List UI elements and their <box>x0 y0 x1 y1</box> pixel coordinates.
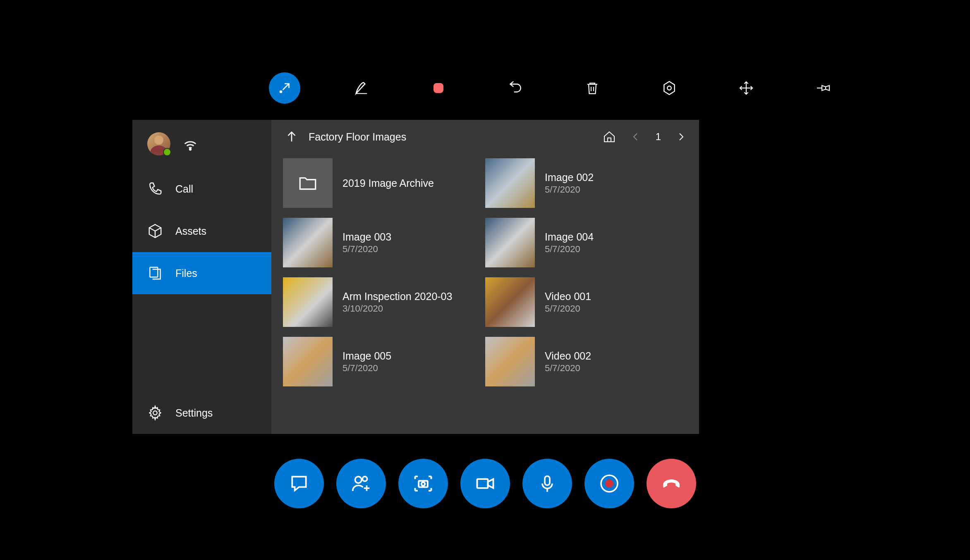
sidebar-item-label: Assets <box>175 225 206 237</box>
file-name: Video 002 <box>545 350 591 362</box>
folder-icon <box>297 173 318 193</box>
sidebar-item-label: Settings <box>175 407 213 419</box>
color-tool-button[interactable] <box>423 72 454 104</box>
file-name: Video 001 <box>545 291 591 303</box>
presence-available-badge <box>163 148 171 156</box>
file-item-video[interactable]: Video 001 5/7/2020 <box>485 277 687 327</box>
file-date: 5/7/2020 <box>545 244 594 255</box>
arrow-tool-button[interactable] <box>269 72 300 104</box>
file-name: Image 002 <box>545 172 594 183</box>
image-thumb <box>283 337 333 386</box>
camera-capture-icon <box>412 473 434 494</box>
file-name: 2019 Image Archive <box>342 177 434 189</box>
end-call-button[interactable] <box>647 459 696 508</box>
sidebar-item-files[interactable]: Files <box>132 252 271 294</box>
svg-rect-20 <box>477 479 488 488</box>
sidebar-item-label: Files <box>175 267 197 279</box>
sidebar-item-settings[interactable]: Settings <box>132 392 271 434</box>
image-thumb <box>485 218 535 267</box>
svg-point-9 <box>189 149 191 150</box>
svg-point-12 <box>153 411 157 415</box>
file-date: 5/7/2020 <box>545 184 594 195</box>
gear-icon <box>147 405 163 421</box>
call-controls <box>274 459 696 508</box>
svg-marker-5 <box>664 81 674 95</box>
svg-point-6 <box>667 86 671 90</box>
undo-icon <box>508 80 523 96</box>
chat-icon <box>289 473 309 494</box>
undo-button[interactable] <box>500 72 531 104</box>
file-name: Image 003 <box>342 231 391 243</box>
sidebar-item-label: Call <box>175 183 193 195</box>
file-item-folder[interactable]: 2019 Image Archive <box>283 158 485 208</box>
svg-point-0 <box>280 91 283 93</box>
image-thumb <box>283 218 333 267</box>
ink-pen-icon <box>353 80 370 96</box>
arrow-up-icon[interactable] <box>285 130 299 144</box>
color-swatch-icon <box>431 81 446 95</box>
chat-button[interactable] <box>274 459 324 508</box>
microphone-button[interactable] <box>522 459 572 508</box>
file-grid: 2019 Image Archive Image 002 5/7/2020 Im… <box>271 154 699 434</box>
file-date: 3/10/2020 <box>342 303 452 314</box>
breadcrumb-title: Factory Floor Images <box>309 131 406 143</box>
microphone-icon <box>537 474 557 493</box>
sidebar-header <box>132 120 271 168</box>
file-item-image[interactable]: Image 002 5/7/2020 <box>485 158 687 208</box>
svg-rect-21 <box>545 476 550 485</box>
trash-icon <box>585 81 600 95</box>
file-item-image[interactable]: Arm Inspection 2020-03 3/10/2020 <box>283 277 485 327</box>
file-name: Image 005 <box>342 350 391 362</box>
home-icon[interactable] <box>603 130 616 143</box>
main-panel: Call Assets Files <box>132 120 699 434</box>
record-button[interactable] <box>584 459 634 508</box>
file-date: 5/7/2020 <box>545 363 591 374</box>
svg-rect-2 <box>434 83 443 93</box>
file-name: Arm Inspection 2020-03 <box>342 291 452 303</box>
sidebar-item-assets[interactable]: Assets <box>132 210 271 252</box>
shape-tool-button[interactable] <box>654 72 685 104</box>
svg-point-24 <box>605 479 613 488</box>
sidebar: Call Assets Files <box>132 120 271 434</box>
file-item-video[interactable]: Video 002 5/7/2020 <box>485 336 687 387</box>
pin-icon <box>816 81 831 95</box>
hang-up-icon <box>659 471 684 496</box>
content-header: Factory Floor Images 1 <box>271 120 699 154</box>
file-item-image[interactable]: Image 005 5/7/2020 <box>283 336 485 387</box>
file-date: 5/7/2020 <box>342 363 391 374</box>
sidebar-item-call[interactable]: Call <box>132 168 271 210</box>
file-date: 5/7/2020 <box>545 303 591 314</box>
delete-button[interactable] <box>577 72 608 104</box>
people-add-icon <box>350 472 372 495</box>
move-tool-button[interactable] <box>730 72 762 104</box>
chevron-right-icon[interactable] <box>676 132 686 142</box>
video-icon <box>474 473 496 494</box>
annotation-toolbar <box>269 72 839 104</box>
hexagon-icon <box>661 80 677 96</box>
svg-point-14 <box>355 477 362 483</box>
svg-point-19 <box>421 482 425 486</box>
page-number: 1 <box>656 131 661 143</box>
arrow-diagonal-icon <box>277 81 292 95</box>
video-thumb <box>485 277 535 327</box>
video-thumb <box>485 337 535 386</box>
phone-icon <box>147 181 163 197</box>
file-item-image[interactable]: Image 004 5/7/2020 <box>485 217 687 268</box>
image-thumb <box>283 277 333 327</box>
box-icon <box>147 223 163 239</box>
ink-tool-button[interactable] <box>346 72 377 104</box>
pin-button[interactable] <box>807 72 839 104</box>
avatar[interactable] <box>147 132 170 155</box>
move-arrows-icon <box>739 81 754 95</box>
snapshot-button[interactable] <box>398 459 448 508</box>
file-name: Image 004 <box>545 231 594 243</box>
video-button[interactable] <box>460 459 510 508</box>
content-area: Factory Floor Images 1 <box>271 120 699 434</box>
file-date: 5/7/2020 <box>342 244 391 255</box>
chevron-left-icon[interactable] <box>631 132 641 142</box>
add-participant-button[interactable] <box>336 459 386 508</box>
record-icon <box>599 474 619 493</box>
svg-line-1 <box>283 84 289 90</box>
file-item-image[interactable]: Image 003 5/7/2020 <box>283 217 485 268</box>
image-thumb <box>485 158 535 208</box>
